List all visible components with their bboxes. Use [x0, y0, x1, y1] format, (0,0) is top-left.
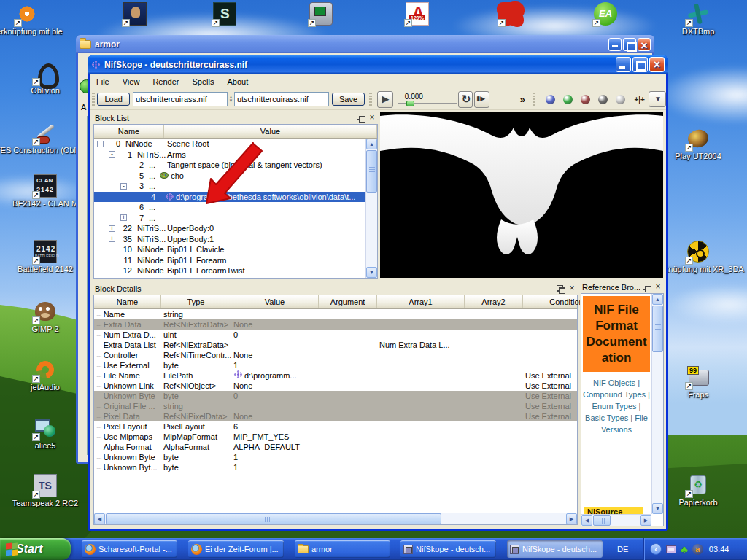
detail-row[interactable]: Extra DataRef<NiExtraData>None	[94, 319, 577, 330]
tree-row-3[interactable]: -3...	[94, 181, 365, 192]
toolbar-grip[interactable]	[369, 93, 372, 106]
desktop-shortcut-papierkorb[interactable]	[686, 473, 710, 497]
scroll-down-icon[interactable]	[366, 267, 377, 278]
tree-row-1[interactable]: -1NiTriS...Arms	[94, 149, 365, 160]
scroll-up-icon[interactable]	[366, 139, 377, 149]
detail-row[interactable]: Extra Data ListRef<NiExtraData>Num Extra…	[94, 340, 577, 350]
desktop-shortcut-teamspeak[interactable]	[34, 474, 57, 497]
desktop-shortcut-alcohol[interactable]	[406, 2, 429, 26]
desktop-shortcut-alice[interactable]	[34, 416, 57, 440]
taskbar-button-1[interactable]: Scharesoft-Portal -...	[82, 540, 177, 558]
maximize-button[interactable]	[623, 38, 636, 51]
detail-row[interactable]: Unknown LinkRef<NiObject>NoneUse Externa…	[94, 381, 577, 391]
reference-hscrollbar[interactable]	[581, 514, 651, 526]
column-header-argument[interactable]: Argument	[319, 295, 377, 308]
start-button[interactable]: Start	[0, 538, 71, 560]
detail-row[interactable]: Num Extra D...uint0	[94, 330, 577, 340]
language-indicator[interactable]: DE	[617, 538, 628, 560]
scroll-left-icon[interactable]	[581, 515, 592, 526]
ref-link[interactable]: Enum Types	[592, 402, 637, 411]
scroll-down-icon[interactable]	[652, 503, 663, 514]
desktop-shortcut-xr3da[interactable]	[686, 240, 710, 263]
expand-icon[interactable]: +	[109, 236, 115, 242]
desktop-shortcut-ea[interactable]	[594, 2, 617, 26]
toolbar-grip[interactable]	[92, 93, 95, 106]
column-header-name[interactable]: Name	[94, 295, 161, 308]
float-panel-icon[interactable]	[557, 285, 565, 293]
slider-thumb[interactable]	[406, 101, 414, 106]
scrollbar-thumb[interactable]	[652, 306, 663, 352]
tree-row-2[interactable]: 2...Tangent space (binormal & tangent ve…	[94, 160, 365, 171]
detail-row[interactable]: Original File ...stringUse External	[94, 401, 577, 411]
toolbar-grip[interactable]	[533, 93, 535, 106]
color-dot-0[interactable]	[546, 95, 555, 104]
view-dropdown-button[interactable]	[649, 91, 666, 107]
float-panel-icon[interactable]	[643, 284, 651, 292]
menu-about[interactable]: About	[220, 75, 255, 88]
scrollbar-thumb[interactable]	[593, 515, 611, 526]
close-panel-icon[interactable]	[568, 284, 576, 293]
ref-link[interactable]: NIF Objects	[593, 378, 635, 387]
close-button[interactable]	[649, 57, 665, 72]
desktop-shortcut-bf2142[interactable]	[34, 240, 57, 263]
switch-animation-button[interactable]	[474, 91, 489, 108]
desktop-shortcut-bfclan[interactable]	[34, 174, 57, 198]
desktop-shortcut-playut[interactable]	[686, 127, 710, 150]
tree-row-4[interactable]: 4d:\programme\bethesda softworks\oblivio…	[94, 192, 365, 203]
detail-row[interactable]: Namestring	[94, 309, 577, 319]
display-tray-icon[interactable]	[666, 545, 676, 553]
desktop-shortcut-portrait[interactable]	[123, 2, 147, 26]
detail-row[interactable]: Unknown Bytebyte1	[94, 452, 577, 462]
taskbar-button-5[interactable]: NifSkope - deutsch...	[507, 540, 603, 558]
close-panel-icon[interactable]	[368, 114, 376, 122]
loop-animation-button[interactable]	[458, 91, 473, 108]
collapse-icon[interactable]: -	[109, 151, 115, 158]
desktop-shortcut-slogo[interactable]	[213, 2, 236, 26]
scrollbar-thumb[interactable]	[106, 513, 441, 524]
float-panel-icon[interactable]	[357, 114, 365, 122]
render-viewport[interactable]	[380, 112, 663, 278]
reference-vscrollbar[interactable]	[651, 294, 663, 514]
desktop-shortcut-fraps[interactable]	[686, 365, 710, 389]
detail-row[interactable]: Pixel DataRef<NiPixelData>NoneUse Extern…	[94, 411, 577, 421]
color-dot-3[interactable]	[598, 95, 608, 104]
tree-row-11[interactable]: 11NiNodeBip01 L Forearm	[94, 255, 365, 266]
block-list-vscrollbar[interactable]	[365, 139, 377, 278]
column-header-array1[interactable]: Array1	[377, 295, 465, 308]
desktop-shortcut-gimp[interactable]	[34, 300, 57, 323]
column-header-value[interactable]: Value	[231, 295, 319, 308]
play-button[interactable]	[377, 91, 392, 108]
desktop-shortcut-oblivion[interactable]	[34, 61, 57, 85]
desktop-shortcut-mediaplayer[interactable]	[309, 2, 333, 26]
color-dot-4[interactable]	[616, 95, 625, 104]
taskbar-button-2[interactable]: Ei der Zeit-Forum |...	[188, 540, 284, 558]
desktop-shortcut-tes[interactable]	[34, 121, 57, 144]
detail-row[interactable]: ControllerRef<NiTimeContr...None	[94, 350, 577, 360]
detail-row[interactable]: Unknown Bytebyte0Use External	[94, 391, 577, 401]
color-dot-1[interactable]	[563, 95, 573, 104]
scroll-right-icon[interactable]	[566, 513, 577, 524]
detail-row[interactable]: Use MipmapsMipMapFormatMIP_FMT_YES	[94, 432, 577, 442]
load-filename-input[interactable]	[133, 92, 228, 106]
load-button[interactable]: Load	[97, 93, 129, 106]
tree-row-10[interactable]: 10NiNodeBip01 L Clavicle	[94, 244, 365, 255]
desktop-shortcut-blender[interactable]	[15, 2, 39, 26]
desktop-shortcut-jetaudio[interactable]	[34, 358, 57, 381]
taskbar-clock[interactable]: 03:44	[709, 545, 729, 553]
column-header-type[interactable]: Type	[161, 295, 231, 308]
menu-view[interactable]: View	[116, 75, 147, 88]
axes-toggle-icon[interactable]	[634, 96, 644, 104]
ref-link[interactable]: Compound Types	[583, 390, 646, 399]
clover-tray-icon[interactable]	[681, 544, 688, 555]
minimize-button[interactable]	[616, 57, 631, 72]
column-header-array2[interactable]: Array2	[465, 295, 523, 308]
scroll-right-icon[interactable]	[640, 515, 651, 526]
tree-row-22[interactable]: +22NiTriS...UpperBody:0	[94, 223, 365, 234]
collapse-icon[interactable]: -	[120, 183, 127, 190]
color-dot-2[interactable]	[581, 95, 590, 104]
desktop-shortcut-dxtbmp[interactable]	[686, 2, 710, 26]
tree-row-35[interactable]: +35NiTriS...UpperBody:1	[94, 234, 365, 245]
scroll-left-icon[interactable]	[94, 513, 105, 524]
tree-row-5[interactable]: 5...cho	[94, 171, 365, 182]
filename-splitter[interactable]	[228, 92, 233, 106]
